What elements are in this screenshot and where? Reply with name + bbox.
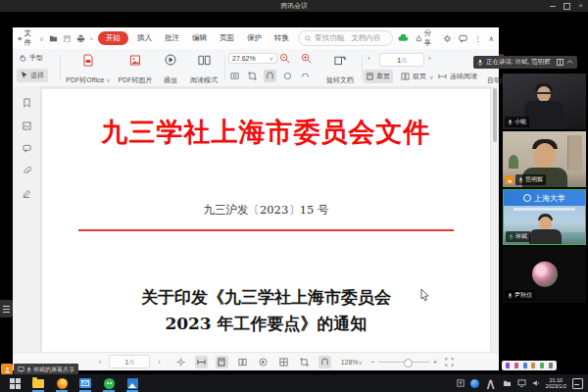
tray-expand-icon[interactable]: ∧ (485, 374, 497, 392)
double-page-mode-button[interactable]: 双页 ∨ (399, 70, 435, 83)
ime-toolbar[interactable] (502, 361, 557, 370)
notification-center-icon[interactable] (572, 378, 583, 389)
pdf-to-image-button[interactable]: PDF转图片 (115, 52, 156, 87)
taskbar-firefox[interactable] (55, 376, 69, 390)
zoom-slider[interactable] (378, 362, 429, 363)
scrollbar-thumb[interactable] (493, 88, 497, 142)
firefox-icon (57, 378, 68, 389)
double-page-icon[interactable] (236, 356, 249, 368)
tab-convert[interactable]: 转换 (270, 31, 293, 45)
continuous-read-button[interactable]: 连续阅读 (436, 70, 479, 83)
more-menu-icon[interactable]: ⋮ (474, 34, 482, 43)
pdf-left-sidebar (13, 86, 41, 353)
magnifier-area-tool-icon[interactable] (264, 70, 276, 82)
page-number-input[interactable]: 1/6 (109, 355, 150, 368)
thumbnail-icon[interactable] (23, 122, 31, 130)
comment-list-icon[interactable] (23, 144, 31, 153)
single-page-mode-button[interactable]: 单页 (364, 70, 393, 83)
play-button[interactable]: 播放 (158, 52, 183, 87)
taskbar-file-explorer[interactable] (31, 376, 45, 390)
single-page-icon[interactable] (216, 356, 228, 368)
tab-home[interactable]: 开始 (98, 31, 128, 45)
select-tool-button[interactable]: 选择 (17, 69, 48, 82)
zoom-out-magnifier-icon[interactable] (279, 53, 290, 64)
tray-folder-icon[interactable] (503, 379, 512, 387)
mountain-app-icon (127, 378, 138, 389)
maximize-button[interactable] (564, 3, 570, 10)
participant-name: 许斌 (515, 232, 527, 241)
collapse-ribbon-icon[interactable]: ∧ (489, 34, 495, 43)
taskbar-meeting-app[interactable] (125, 376, 139, 390)
browser-ball-icon[interactable] (470, 379, 479, 388)
ring-tool-icon[interactable] (299, 70, 312, 82)
tab-insert[interactable]: 插入 (133, 31, 156, 45)
zoom-in-button[interactable]: + (433, 359, 437, 366)
crop-tool-icon[interactable] (246, 70, 259, 82)
zoom-level[interactable]: 128% ∨ (341, 359, 363, 366)
pdf-page[interactable]: 九三学社上海市委员会文件 九三沪发〔2023〕15 号 关于印发《九三学社上海市… (42, 89, 490, 353)
taskbar-clock[interactable]: 21:10 2023/1/2 (546, 377, 566, 390)
read-mode-button[interactable]: 阅读模式 (185, 52, 222, 87)
fullscreen-icon[interactable] (445, 358, 454, 367)
zoom-out-button[interactable]: − (370, 359, 374, 366)
brightness-icon[interactable] (174, 356, 187, 368)
volume-icon[interactable] (532, 379, 540, 387)
mail-icon (79, 378, 91, 388)
crop-icon[interactable] (298, 356, 311, 368)
prev-page-icon[interactable]: ‹ (368, 54, 370, 63)
red-divider-line (78, 229, 455, 231)
start-button[interactable] (8, 376, 22, 390)
overflow-icon[interactable]: » (90, 35, 93, 41)
save-icon[interactable] (63, 34, 72, 43)
taskbar-wechat[interactable] (102, 376, 116, 390)
snapshot-tool-icon[interactable] (228, 70, 241, 82)
participant-video-tile[interactable]: 上海大学 许斌 (503, 189, 586, 245)
zoom-slider-knob[interactable] (404, 359, 413, 368)
page-number-input[interactable]: 1/6 (379, 53, 424, 67)
participant-video-tile[interactable]: 小铭 (503, 74, 586, 129)
grid-view-icon[interactable] (277, 356, 290, 368)
close-button[interactable]: × (578, 0, 583, 12)
attachment-icon[interactable] (23, 167, 31, 175)
pdf-to-office-button[interactable]: PDF转Office ∨ (64, 52, 113, 87)
tab-page[interactable]: 页面 (216, 31, 238, 45)
open-folder-icon[interactable] (49, 34, 58, 43)
vertical-scrollbar[interactable] (490, 86, 499, 353)
speaking-indicator-banner: 正在讲话: 许斌, 范明辉 (473, 56, 577, 69)
book-icon (198, 54, 211, 66)
search-input[interactable]: 查找功能、文档内容 (298, 30, 393, 46)
pdf-image-icon (129, 54, 141, 67)
hand-icon (19, 54, 26, 62)
prev-page-icon[interactable]: ‹ (99, 359, 101, 366)
autoplay-icon[interactable] (257, 356, 270, 368)
annotation-panel-toggle[interactable] (0, 300, 13, 318)
ime-lang-icon[interactable] (457, 379, 465, 387)
zoom-select[interactable]: 27.62% ∨ (228, 53, 277, 64)
tray-display-icon[interactable] (517, 379, 526, 387)
continuous-mode-icon[interactable] (195, 356, 208, 368)
file-menu[interactable]: ≡ 文件 ∨ (18, 28, 44, 48)
next-page-icon[interactable]: › (158, 359, 160, 366)
tab-comment[interactable]: 批注 (161, 31, 183, 45)
loupe-tool-icon[interactable] (281, 70, 294, 82)
next-page-icon[interactable]: › (428, 54, 431, 63)
annotation-mode-icon[interactable] (318, 356, 331, 368)
hand-tool-button[interactable]: 手型 (19, 53, 43, 63)
comment-bubble-icon[interactable] (459, 34, 467, 43)
taskbar-mail[interactable] (78, 376, 92, 390)
participant-video-tile[interactable]: 范明辉 (503, 131, 586, 187)
rotate-document-button[interactable]: 旋转文档 (322, 52, 358, 87)
participant-video-tile[interactable]: 尹秋仪 (503, 247, 586, 303)
cloud-sync-icon[interactable] (398, 34, 409, 42)
settings-gear-icon[interactable] (443, 34, 452, 43)
minimize-button[interactable] (550, 6, 556, 7)
windows-taskbar: ∧ 21:10 2023/1/2 (0, 374, 588, 392)
print-icon[interactable] (76, 34, 85, 43)
bookmark-icon[interactable] (23, 98, 31, 108)
tab-protect[interactable]: 保护 (243, 31, 266, 45)
zoom-in-magnifier-icon[interactable] (301, 53, 312, 64)
signature-icon[interactable] (23, 189, 31, 198)
tab-edit[interactable]: 编辑 (188, 31, 211, 45)
share-button[interactable]: 分享 (416, 28, 436, 48)
cursor-select-icon (21, 72, 27, 79)
